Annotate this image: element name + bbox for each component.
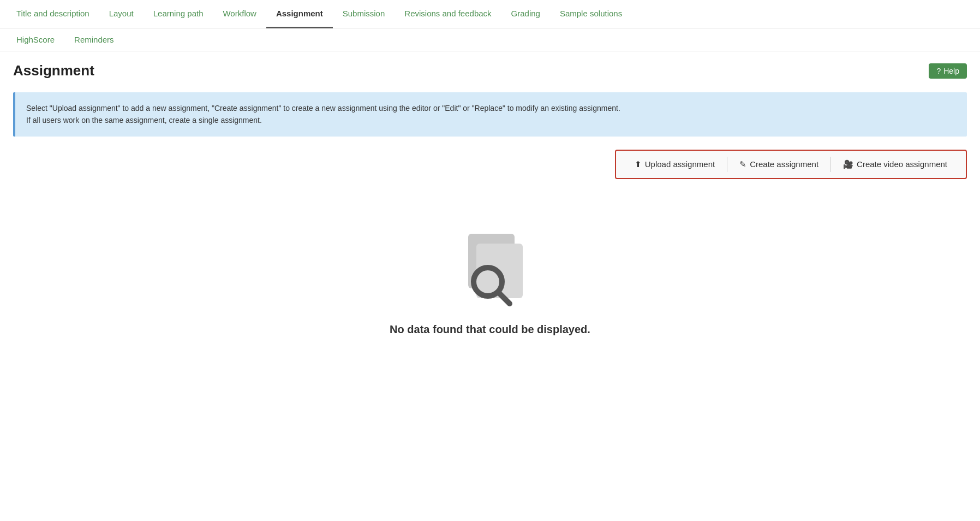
page-title: Assignment bbox=[13, 62, 94, 79]
nav-reminders[interactable]: Reminders bbox=[64, 28, 124, 51]
empty-icon bbox=[446, 223, 534, 310]
nav-title-description[interactable]: Title and description bbox=[7, 0, 99, 28]
second-navigation: HighScore Reminders bbox=[0, 28, 980, 51]
nav-grading[interactable]: Grading bbox=[501, 0, 550, 28]
help-icon: ? bbox=[936, 67, 941, 75]
video-label: Create video assignment bbox=[857, 159, 947, 169]
upload-label: Upload assignment bbox=[645, 159, 715, 169]
info-line2: If all users work on the same assignment… bbox=[26, 114, 956, 126]
info-box: Select "Upload assignment" to add a new … bbox=[13, 92, 967, 137]
empty-state: No data found that could be displayed. bbox=[13, 201, 967, 358]
divider-2 bbox=[830, 157, 831, 172]
nav-sample-solutions[interactable]: Sample solutions bbox=[550, 0, 632, 28]
nav-layout[interactable]: Layout bbox=[99, 0, 144, 28]
nav-revisions-feedback[interactable]: Revisions and feedback bbox=[395, 0, 501, 28]
page-header: Assignment ? Help bbox=[13, 62, 967, 79]
empty-message: No data found that could be displayed. bbox=[390, 323, 590, 336]
edit-icon: ✎ bbox=[739, 159, 746, 169]
action-buttons-box: ⬆ Upload assignment ✎ Create assignment … bbox=[615, 150, 967, 179]
create-label: Create assignment bbox=[750, 159, 818, 169]
info-line1: Select "Upload assignment" to add a new … bbox=[26, 102, 956, 114]
nav-submission[interactable]: Submission bbox=[333, 0, 395, 28]
nav-assignment[interactable]: Assignment bbox=[266, 0, 333, 28]
upload-assignment-button[interactable]: ⬆ Upload assignment bbox=[627, 156, 722, 173]
action-buttons-wrapper: ⬆ Upload assignment ✎ Create assignment … bbox=[13, 150, 967, 179]
divider-1 bbox=[727, 157, 727, 172]
create-video-assignment-button[interactable]: 🎥 Create video assignment bbox=[835, 156, 955, 173]
nav-highscore[interactable]: HighScore bbox=[7, 28, 64, 51]
help-label: Help bbox=[943, 67, 959, 75]
nav-workflow[interactable]: Workflow bbox=[213, 0, 266, 28]
upload-icon: ⬆ bbox=[635, 159, 642, 169]
create-assignment-button[interactable]: ✎ Create assignment bbox=[732, 156, 826, 173]
top-navigation: Title and description Layout Learning pa… bbox=[0, 0, 980, 28]
nav-learning-path[interactable]: Learning path bbox=[144, 0, 213, 28]
help-button[interactable]: ? Help bbox=[929, 63, 967, 79]
main-content: Assignment ? Help Select "Upload assignm… bbox=[0, 51, 980, 369]
video-icon: 🎥 bbox=[843, 159, 853, 169]
